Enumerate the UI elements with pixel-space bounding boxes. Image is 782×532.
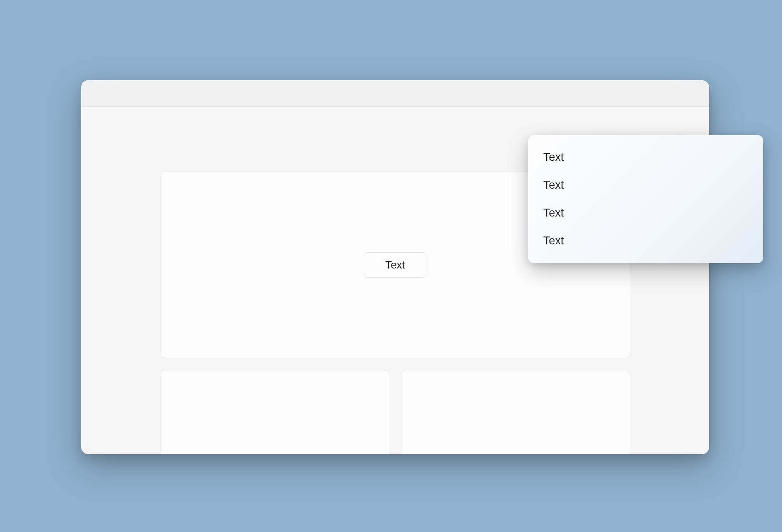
dropdown-item-0[interactable]: Text xyxy=(528,143,763,171)
titlebar xyxy=(81,80,709,107)
dropdown-item-2[interactable]: Text xyxy=(528,199,763,227)
card-small-right xyxy=(401,370,630,454)
card-small-left xyxy=(160,370,389,454)
text-button[interactable]: Text xyxy=(364,252,426,278)
dropdown-item-1[interactable]: Text xyxy=(528,171,763,199)
card-row xyxy=(160,370,630,454)
dropdown-menu: Text Text Text Text xyxy=(528,135,763,263)
dropdown-item-3[interactable]: Text xyxy=(528,227,763,255)
